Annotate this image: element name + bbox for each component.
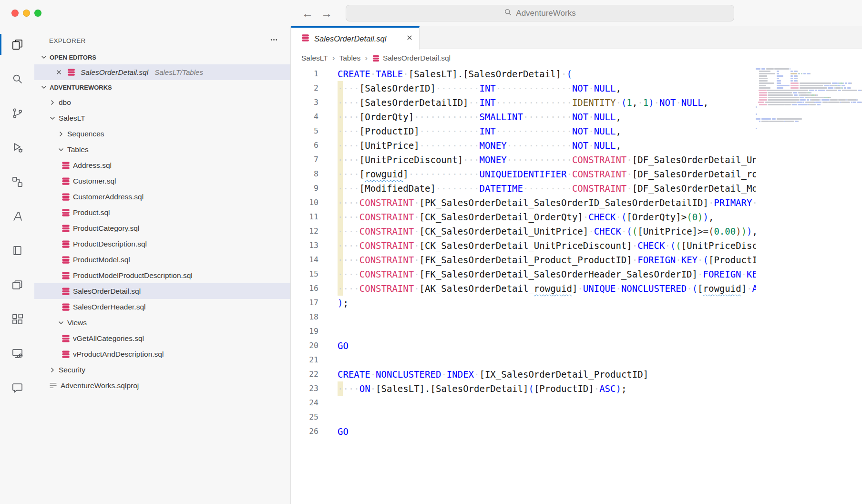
chevron-down-icon bbox=[49, 114, 56, 122]
tree-item-vgetallcategories-sql[interactable]: vGetAllCategories.sql bbox=[34, 330, 290, 346]
code-line[interactable]: 13····CONSTRAINT·[CK_SalesOrderDetail_Un… bbox=[291, 238, 756, 253]
code-line[interactable]: 20GO bbox=[291, 339, 756, 353]
tree-item-security[interactable]: Security bbox=[34, 362, 290, 378]
book-icon bbox=[11, 244, 24, 257]
tree-item-label: vGetAllCategories.sql bbox=[73, 334, 144, 343]
tree-item-dbo[interactable]: dbo bbox=[34, 94, 290, 110]
activity-chat[interactable] bbox=[0, 370, 34, 405]
breadcrumb-separator: › bbox=[332, 53, 335, 63]
more-actions-button[interactable] bbox=[270, 36, 278, 45]
tree-item-views[interactable]: Views bbox=[34, 315, 290, 330]
code-line[interactable]: 9····[ModifiedDate]········DATETIME·····… bbox=[291, 181, 756, 195]
code-line[interactable]: 14····CONSTRAINT·[FK_SalesOrderDetail_Pr… bbox=[291, 253, 756, 267]
code-line[interactable]: 4····[OrderQty]············SMALLINT·····… bbox=[291, 110, 756, 124]
close-icon[interactable] bbox=[406, 34, 413, 43]
database-icon bbox=[61, 302, 71, 312]
breadcrumb-item[interactable]: SalesOrderDetail.sql bbox=[372, 54, 451, 62]
database-icon bbox=[61, 255, 71, 265]
tree-item-tables[interactable]: Tables bbox=[34, 142, 290, 157]
chevron-down-icon bbox=[57, 146, 65, 154]
chevron-down-icon bbox=[40, 53, 48, 61]
minimap[interactable] bbox=[756, 67, 862, 504]
breadcrumb-item[interactable]: SalesLT bbox=[301, 54, 328, 62]
tree-item-customeraddress-sql[interactable]: CustomerAddress.sql bbox=[34, 189, 290, 205]
breadcrumb-item[interactable]: Tables bbox=[339, 54, 360, 62]
workspace-header[interactable]: ADVENTUREWORKS bbox=[34, 80, 290, 94]
code-line[interactable]: 25 bbox=[291, 410, 756, 424]
code-line[interactable]: 10····CONSTRAINT·[PK_SalesOrderDetail_Sa… bbox=[291, 195, 756, 210]
activity-source-control[interactable] bbox=[0, 96, 34, 130]
code-line[interactable]: 12····CONSTRAINT·[CK_SalesOrderDetail_Un… bbox=[291, 224, 756, 238]
code-line[interactable]: 5····[ProductID]···········INT··········… bbox=[291, 124, 756, 138]
tab-salesorderdetail[interactable]: SalesOrderDetail.sql bbox=[291, 26, 420, 50]
code-line[interactable]: 22CREATE·NONCLUSTERED·INDEX·[IX_SalesOrd… bbox=[291, 367, 756, 381]
code-line[interactable]: 2····[SalesOrderID]········INT··········… bbox=[291, 81, 756, 95]
code-line[interactable]: 8····[rowguid]·············UNIQUEIDENTIF… bbox=[291, 167, 756, 181]
code-line[interactable]: 18 bbox=[291, 310, 756, 324]
activity-remote[interactable] bbox=[0, 336, 34, 370]
pages-icon bbox=[11, 278, 24, 291]
more-actions-icon bbox=[270, 36, 278, 44]
open-editors-header[interactable]: OPEN EDITORS bbox=[34, 50, 290, 64]
code-line[interactable]: 23····ON·[SalesLT].[SalesOrderDetail]([P… bbox=[291, 381, 756, 396]
line-number: 16 bbox=[291, 281, 318, 296]
run-debug-icon bbox=[11, 141, 24, 154]
code-line[interactable]: 11····CONSTRAINT·[CK_SalesOrderDetail_Or… bbox=[291, 210, 756, 224]
tab-label: SalesOrderDetail.sql bbox=[314, 34, 401, 43]
close-editor-button[interactable] bbox=[55, 69, 62, 76]
close-window-button[interactable] bbox=[11, 10, 19, 17]
zoom-window-button[interactable] bbox=[34, 10, 41, 17]
activity-run-debug[interactable] bbox=[0, 130, 34, 165]
tree-item-vproductanddescription-sql[interactable]: vProductAndDescription.sql bbox=[34, 346, 290, 362]
code-line[interactable]: 26GO bbox=[291, 424, 756, 439]
tree-item-label: ProductModel.sql bbox=[73, 256, 130, 264]
tree-item-productdescription-sql[interactable]: ProductDescription.sql bbox=[34, 236, 290, 252]
forward-button[interactable]: → bbox=[321, 4, 332, 22]
database-icon bbox=[61, 208, 71, 217]
minimize-window-button[interactable] bbox=[23, 10, 30, 17]
tree-item-productmodelproductdescription-sql[interactable]: ProductModelProductDescription.sql bbox=[34, 267, 290, 283]
code-line[interactable]: 3····[SalesOrderDetailID]··INT··········… bbox=[291, 95, 756, 110]
code-line[interactable]: 17); bbox=[291, 296, 756, 310]
activity-notebooks[interactable] bbox=[0, 233, 34, 267]
tree-item-label: ProductDescription.sql bbox=[73, 240, 147, 248]
code-line[interactable]: 21 bbox=[291, 353, 756, 367]
line-number: 24 bbox=[291, 396, 318, 410]
tree-item-productmodel-sql[interactable]: ProductModel.sql bbox=[34, 252, 290, 267]
tree-item-salesorderdetail-sql[interactable]: SalesOrderDetail.sql bbox=[34, 283, 290, 299]
tree-item-productcategory-sql[interactable]: ProductCategory.sql bbox=[34, 220, 290, 236]
back-button[interactable]: ← bbox=[302, 4, 313, 22]
tree-item-product-sql[interactable]: Product.sql bbox=[34, 205, 290, 220]
activity-search[interactable] bbox=[0, 62, 34, 96]
tree-item-salesorderheader-sql[interactable]: SalesOrderHeader.sql bbox=[34, 299, 290, 315]
activity-connections[interactable] bbox=[0, 165, 34, 199]
extensions-icon bbox=[11, 313, 24, 326]
open-editor-item[interactable]: SalesOrderDetail.sqlSalesLT/Tables bbox=[34, 64, 290, 80]
code-line[interactable]: 7····[UnitPriceDiscount]···MONEY········… bbox=[291, 153, 756, 167]
code-editor[interactable]: 1CREATE·TABLE·[SalesLT].[SalesOrderDetai… bbox=[291, 67, 756, 504]
tree-item-address-sql[interactable]: Address.sql bbox=[34, 157, 290, 173]
activity-editor-groups[interactable] bbox=[0, 267, 34, 302]
database-icon bbox=[67, 68, 76, 77]
tree-item-customer-sql[interactable]: Customer.sql bbox=[34, 173, 290, 189]
chevron-right-icon bbox=[49, 366, 56, 374]
line-number: 14 bbox=[291, 253, 318, 267]
database-icon bbox=[372, 54, 380, 62]
command-center[interactable]: AdventureWorks bbox=[346, 5, 734, 21]
tree-item-adventureworks-sqlproj[interactable]: AdventureWorks.sqlproj bbox=[34, 378, 290, 393]
activity-explorer[interactable] bbox=[0, 27, 34, 62]
code-line[interactable]: 19 bbox=[291, 324, 756, 339]
code-line[interactable]: 1CREATE·TABLE·[SalesLT].[SalesOrderDetai… bbox=[291, 67, 756, 81]
activity-extensions[interactable] bbox=[0, 302, 34, 336]
tree-item-sequences[interactable]: Sequences bbox=[34, 126, 290, 142]
line-number: 20 bbox=[291, 339, 318, 353]
code-line[interactable]: 16····CONSTRAINT·[AK_SalesOrderDetail_ro… bbox=[291, 281, 756, 296]
activity-azure[interactable] bbox=[0, 199, 34, 233]
tree-item-saleslt[interactable]: SalesLT bbox=[34, 110, 290, 126]
code-line[interactable]: 6····[UnitPrice]···········MONEY········… bbox=[291, 138, 756, 153]
chevron-right-icon bbox=[49, 99, 56, 106]
code-line[interactable]: 24 bbox=[291, 396, 756, 410]
line-number: 2 bbox=[291, 81, 318, 95]
line-number: 21 bbox=[291, 353, 318, 367]
code-line[interactable]: 15····CONSTRAINT·[FK_SalesOrderDetail_Sa… bbox=[291, 267, 756, 281]
